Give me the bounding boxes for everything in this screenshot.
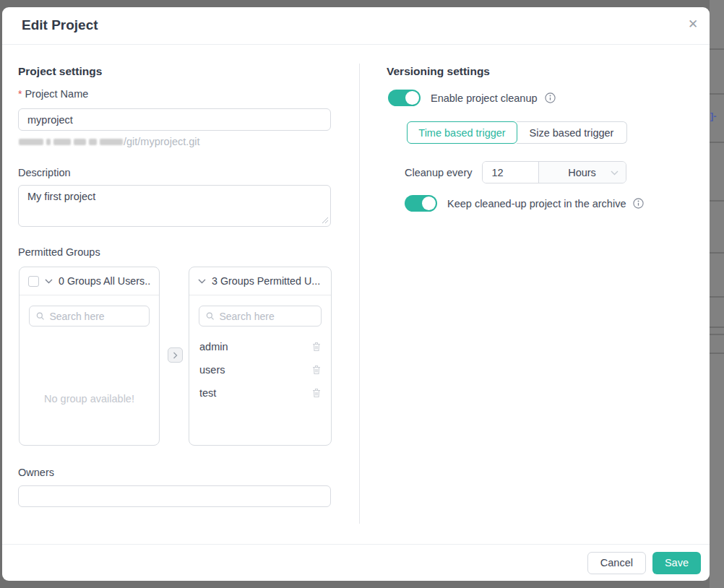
- git-url-suffix: /git/myproject.git: [124, 136, 200, 147]
- chevron-down-icon[interactable]: [198, 279, 206, 284]
- available-groups-header-label: 0 Groups All Users...: [59, 275, 150, 287]
- enable-cleanup-row: Enable project cleanup: [388, 90, 556, 106]
- search-icon: [206, 311, 214, 321]
- enable-cleanup-label: Enable project cleanup: [431, 92, 538, 104]
- trash-icon[interactable]: [312, 342, 321, 352]
- available-search-input[interactable]: [49, 311, 142, 322]
- available-groups-panel: 0 Groups All Users... No group available…: [19, 267, 160, 446]
- background-text-fragment: ]-: [710, 111, 717, 121]
- cleanup-unit-select[interactable]: Hours: [539, 162, 626, 183]
- cleanup-interval-input[interactable]: [483, 162, 539, 183]
- required-asterisk: *: [18, 88, 22, 100]
- dimmed-background-strip: [710, 0, 724, 588]
- page-title: Edit Project: [22, 17, 98, 33]
- project-name-input[interactable]: [18, 108, 331, 131]
- close-icon[interactable]: ✕: [685, 17, 701, 33]
- info-circle-icon[interactable]: [633, 198, 644, 209]
- chevron-down-icon[interactable]: [45, 279, 53, 284]
- trash-icon[interactable]: [312, 365, 321, 375]
- versioning-settings-heading: Versioning settings: [387, 65, 490, 78]
- trash-icon[interactable]: [312, 388, 321, 398]
- no-group-available-text: No group available!: [20, 393, 159, 405]
- modal-footer: Cancel Save: [2, 544, 710, 581]
- permitted-groups-header: 3 Groups Permitted U...: [189, 267, 331, 295]
- project-settings-heading: Project settings: [18, 65, 102, 78]
- keep-archive-toggle[interactable]: [405, 195, 437, 212]
- trigger-tab-group: Time based trigger Size based trigger: [407, 121, 627, 144]
- available-groups-header: 0 Groups All Users...: [20, 267, 159, 295]
- toggle-knob: [405, 91, 419, 105]
- screen: ]- Edit Project ✕ Project settings * Pro…: [0, 0, 724, 588]
- resize-handle-icon[interactable]: [322, 217, 329, 224]
- description-field-wrap: My first project: [18, 185, 331, 227]
- enable-cleanup-toggle[interactable]: [388, 90, 421, 106]
- info-circle-icon[interactable]: [545, 92, 556, 103]
- description-textarea[interactable]: My first project: [18, 185, 331, 227]
- permitted-search-box: [199, 306, 322, 327]
- permitted-groups-label: Permitted Groups: [18, 246, 100, 258]
- owners-input[interactable]: [18, 485, 331, 507]
- save-button[interactable]: Save: [652, 552, 701, 574]
- permitted-groups-list: admin users test: [189, 335, 331, 405]
- keep-archive-row: Keep cleaned-up project in the archive: [405, 195, 644, 212]
- cleanup-every-label: Cleanup every: [405, 167, 473, 178]
- list-item[interactable]: test: [189, 381, 331, 405]
- group-name: users: [199, 364, 225, 376]
- git-url: /git/myproject.git: [19, 136, 200, 147]
- owners-label: Owners: [18, 467, 54, 478]
- project-name-label-row: * Project Name: [18, 88, 88, 100]
- group-name: admin: [199, 341, 228, 353]
- permitted-groups-header-label: 3 Groups Permitted U...: [212, 275, 320, 287]
- toggle-knob: [422, 196, 436, 210]
- permitted-groups-panel: 3 Groups Permitted U... admin users: [189, 267, 332, 446]
- project-name-label: Project Name: [25, 88, 88, 100]
- permitted-search-input[interactable]: [219, 311, 314, 322]
- cleanup-every-row: Cleanup every Hours: [405, 161, 626, 183]
- edit-project-modal: Edit Project ✕ Project settings * Projec…: [2, 7, 710, 581]
- keep-archive-label: Keep cleaned-up project in the archive: [447, 198, 626, 209]
- group-name: test: [199, 387, 216, 399]
- tab-size-based-trigger[interactable]: Size based trigger: [517, 121, 627, 144]
- description-label: Description: [18, 167, 71, 178]
- chevron-right-icon: [173, 352, 178, 359]
- available-search-box: [29, 306, 150, 327]
- cleanup-unit-value: Hours: [568, 167, 596, 178]
- git-url-redacted: [19, 139, 43, 145]
- cancel-button[interactable]: Cancel: [587, 552, 646, 574]
- cleanup-interval-group: Hours: [482, 161, 626, 183]
- transfer-right-button[interactable]: [168, 347, 183, 363]
- list-item[interactable]: admin: [189, 335, 331, 358]
- column-divider: [359, 64, 360, 524]
- modal-header: Edit Project ✕: [2, 7, 710, 45]
- search-icon: [36, 311, 44, 321]
- list-item[interactable]: users: [189, 358, 331, 381]
- chevron-down-icon: [611, 170, 619, 176]
- tab-time-based-trigger[interactable]: Time based trigger: [407, 121, 517, 144]
- select-all-checkbox[interactable]: [28, 276, 39, 287]
